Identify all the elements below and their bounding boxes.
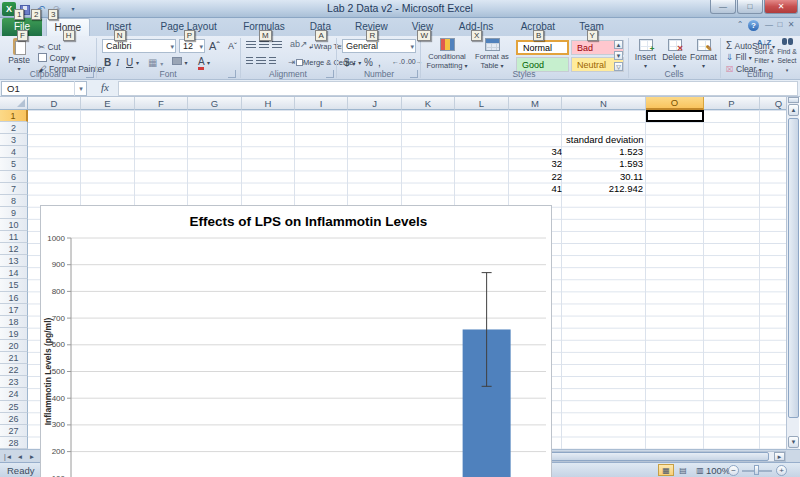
vertical-scrollbar[interactable]: ▲ ▼ — [786, 97, 799, 449]
cell-value[interactable]: 34 — [540, 146, 562, 158]
row-header-15[interactable]: 15 — [0, 279, 28, 291]
help-icon[interactable]: ? — [748, 20, 759, 31]
normal-view-button[interactable]: ▦ — [658, 464, 674, 476]
row-header-19[interactable]: 19 — [0, 328, 28, 340]
column-header-j[interactable]: J — [348, 97, 402, 110]
fill-color-button[interactable]: ▾ — [172, 57, 187, 67]
cell-value[interactable]: 30.11 — [580, 171, 643, 183]
column-header-f[interactable]: F — [135, 97, 188, 110]
increase-decimal-button[interactable]: ←.0 — [392, 58, 405, 65]
gallery-up-arrow[interactable]: ▲ — [614, 40, 623, 49]
row-header-20[interactable]: 20 — [0, 340, 28, 352]
row-header-12[interactable]: 12 — [0, 243, 28, 255]
column-header-i[interactable]: I — [295, 97, 348, 110]
column-header-p[interactable]: P — [704, 97, 760, 110]
name-box-dropdown[interactable]: ▾ — [74, 81, 87, 96]
underline-button[interactable]: U — [126, 57, 133, 68]
zoom-slider-handle[interactable] — [754, 465, 759, 475]
accounting-format-button[interactable]: $ ▾ — [344, 57, 355, 68]
zoom-out-button[interactable]: − — [728, 465, 739, 476]
italic-button[interactable]: I — [116, 57, 119, 68]
scroll-down-button[interactable]: ▼ — [788, 436, 799, 448]
maximize-button[interactable]: □ — [737, 0, 763, 14]
cell-value[interactable]: 41 — [540, 183, 562, 195]
percent-style-button[interactable]: % — [364, 57, 373, 68]
row-header-6[interactable]: 6 — [0, 171, 28, 183]
orientation-button[interactable]: ab↗ — [290, 39, 308, 49]
copy-button[interactable]: Copy ▾ — [38, 53, 76, 63]
row-header-10[interactable]: 10 — [0, 219, 28, 231]
number-dialog-launcher[interactable] — [410, 70, 418, 78]
fill-button[interactable]: ⇓ Fill ▾ — [726, 52, 752, 62]
column-header-o[interactable]: O — [646, 97, 704, 110]
vertical-align-buttons[interactable] — [246, 41, 285, 51]
scroll-right-button[interactable]: ► — [774, 452, 785, 461]
scroll-up-button[interactable]: ▲ — [788, 104, 799, 116]
cell-style-normal[interactable]: Normal — [516, 40, 569, 55]
comma-style-button[interactable]: , — [378, 57, 381, 68]
column-header-n[interactable]: N — [562, 97, 646, 110]
underline-dropdown[interactable]: ▾ — [136, 59, 139, 66]
row-header-28[interactable]: 28 — [0, 437, 28, 449]
shrink-font-button[interactable]: Aˇ — [228, 41, 237, 51]
workbook-close-icon[interactable]: ✕ — [786, 20, 796, 29]
first-sheet-button[interactable]: |◄ — [2, 451, 14, 462]
row-header-13[interactable]: 13 — [0, 255, 28, 267]
embedded-chart[interactable]: 010020030040050060070080090010000mg5mg10… — [40, 205, 552, 477]
column-header-k[interactable]: K — [402, 97, 455, 110]
row-header-24[interactable]: 24 — [0, 388, 28, 400]
workbook-minimize-icon[interactable]: — — [764, 20, 774, 29]
alignment-dialog-launcher[interactable] — [326, 70, 334, 78]
row-header-21[interactable]: 21 — [0, 352, 28, 364]
column-header-e[interactable]: E — [81, 97, 135, 110]
insert-cells-button[interactable]: + Insert▾ — [632, 39, 659, 69]
row-header-17[interactable]: 17 — [0, 304, 28, 316]
font-color-button[interactable]: A ▾ — [198, 56, 210, 67]
row-header-2[interactable]: 2 — [0, 122, 28, 134]
borders-button[interactable]: ▦ ▾ — [148, 57, 163, 68]
row-header-18[interactable]: 18 — [0, 316, 28, 328]
minimize-button[interactable]: — — [710, 0, 736, 14]
row-header-16[interactable]: 16 — [0, 292, 28, 304]
column-header-g[interactable]: G — [188, 97, 242, 110]
delete-cells-button[interactable]: ✕ Delete▾ — [661, 39, 688, 69]
prev-sheet-button[interactable]: ◄ — [14, 451, 26, 462]
bold-button[interactable]: B — [104, 57, 111, 68]
collapse-ribbon-icon[interactable]: ⌃ — [734, 20, 746, 29]
row-header-7[interactable]: 7 — [0, 183, 28, 195]
row-header-3[interactable]: 3 — [0, 134, 28, 146]
cell-value[interactable]: standard deviation — [566, 134, 660, 146]
horizontal-align-buttons[interactable] — [246, 57, 279, 67]
grow-font-button[interactable]: Aˆ — [209, 40, 220, 52]
row-header-5[interactable]: 5 — [0, 158, 28, 170]
row-header-11[interactable]: 11 — [0, 231, 28, 243]
cell-value[interactable]: 22 — [540, 171, 562, 183]
cell-value[interactable]: 212.942 — [580, 183, 643, 195]
insert-function-button[interactable]: fx — [96, 81, 114, 96]
column-header-l[interactable]: L — [455, 97, 509, 110]
next-sheet-button[interactable]: ► — [26, 451, 38, 462]
row-header-1[interactable]: 1 — [0, 110, 28, 122]
cell-value[interactable]: 1.523 — [580, 146, 643, 158]
font-family-select[interactable]: Calibri▾ — [102, 39, 176, 53]
column-header-m[interactable]: M — [509, 97, 562, 110]
row-header-9[interactable]: 9 — [0, 207, 28, 219]
number-format-select[interactable]: General▾ — [342, 39, 416, 53]
column-header-h[interactable]: H — [242, 97, 295, 110]
cut-button[interactable]: ✂ Cut — [38, 42, 61, 52]
vertical-scroll-thumb[interactable] — [788, 118, 799, 418]
active-cell-o1[interactable] — [646, 110, 704, 122]
close-button[interactable]: ✕ — [764, 0, 798, 14]
row-header-8[interactable]: 8 — [0, 195, 28, 207]
split-handle[interactable] — [788, 97, 799, 103]
format-cells-button[interactable]: ✎ Format▾ — [690, 39, 717, 69]
row-header-27[interactable]: 27 — [0, 425, 28, 437]
row-header-23[interactable]: 23 — [0, 376, 28, 388]
gallery-down-arrow[interactable]: ▼ — [614, 51, 623, 60]
font-dialog-launcher[interactable] — [228, 70, 236, 78]
row-header-14[interactable]: 14 — [0, 267, 28, 279]
cell-value[interactable]: 32 — [540, 158, 562, 170]
cell-value[interactable]: 1.593 — [580, 158, 643, 170]
conditional-formatting-button[interactable]: Conditional Formatting ▾ — [424, 38, 470, 71]
select-all-button[interactable] — [0, 97, 28, 110]
